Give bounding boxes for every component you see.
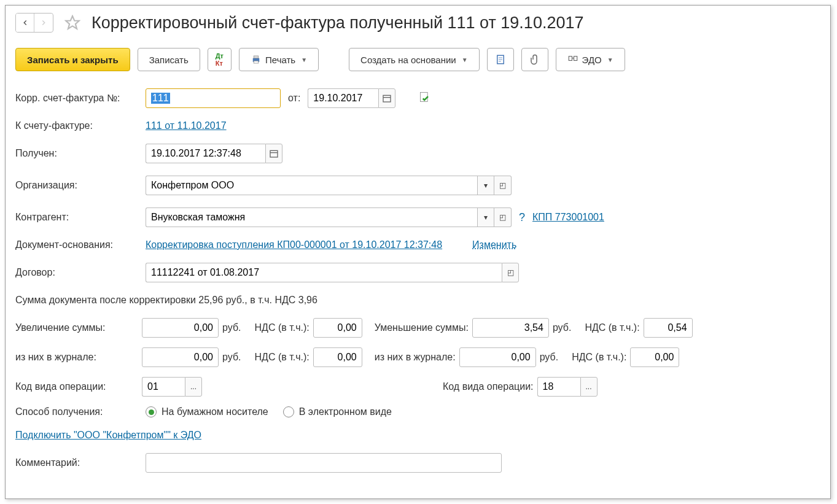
calendar-button[interactable] xyxy=(378,88,395,108)
vat-incl-label: НДС (в т.ч.): xyxy=(572,352,626,363)
help-icon[interactable]: ? xyxy=(519,211,525,224)
attachment-button[interactable] xyxy=(521,48,548,71)
print-button[interactable]: Печать ▼ xyxy=(239,48,319,71)
open-icon: ◰ xyxy=(507,268,514,277)
increase-vat-input[interactable] xyxy=(313,318,362,338)
svg-rect-8 xyxy=(569,56,572,61)
contract-label: Договор: xyxy=(15,267,138,278)
chevron-down-icon: ▼ xyxy=(301,56,307,63)
dropdown-button[interactable]: ▾ xyxy=(477,176,494,195)
change-link[interactable]: Изменить xyxy=(472,239,516,250)
received-datetime-input[interactable] xyxy=(146,144,265,163)
lookup-button[interactable]: ... xyxy=(580,377,598,397)
document-icon xyxy=(495,54,506,65)
save-close-button[interactable]: Записать и закрыть xyxy=(15,48,130,71)
open-ref-button[interactable]: ◰ xyxy=(502,263,519,282)
receive-method-label: Способ получения: xyxy=(15,406,138,417)
journal-dec-amount-input[interactable] xyxy=(459,347,536,367)
increase-amount-input[interactable] xyxy=(142,318,219,338)
open-ref-button[interactable]: ◰ xyxy=(494,176,512,195)
increase-sum-label: Увеличение суммы: xyxy=(15,322,105,333)
svg-rect-9 xyxy=(574,56,577,61)
calendar-icon xyxy=(269,149,279,158)
counterparty-label: Контрагент: xyxy=(15,212,138,223)
paperclip-icon xyxy=(529,54,540,65)
edo-button[interactable]: ЭДО ▼ xyxy=(556,48,625,71)
received-label: Получен: xyxy=(15,148,138,159)
rub-label: руб. xyxy=(222,322,241,333)
journal-inc-vat-input[interactable] xyxy=(313,347,362,367)
edo-icon xyxy=(567,54,578,65)
dt-kt-icon: ДтКт xyxy=(216,52,224,67)
open-icon: ◰ xyxy=(499,181,506,190)
op-code-dec-label: Код вида операции: xyxy=(443,381,534,392)
comment-label: Комментарий: xyxy=(15,457,138,468)
chevron-down-icon: ▼ xyxy=(607,56,613,63)
document-button[interactable] xyxy=(487,48,514,71)
counterparty-input[interactable] xyxy=(146,207,477,227)
op-code-inc-label: Код вида операции: xyxy=(15,381,106,392)
open-ref-button[interactable]: ◰ xyxy=(494,207,512,227)
dropdown-button[interactable]: ▾ xyxy=(477,207,494,227)
lookup-button[interactable]: ... xyxy=(185,377,202,397)
create-based-button[interactable]: Создать на основании ▼ xyxy=(349,48,480,71)
radio-unchecked-icon xyxy=(283,406,294,417)
rub-label: руб. xyxy=(540,352,559,363)
vat-incl-label: НДС (в т.ч.): xyxy=(255,322,309,333)
decrease-vat-input[interactable] xyxy=(644,318,693,338)
vat-incl-label: НДС (в т.ч.): xyxy=(255,352,309,363)
svg-marker-0 xyxy=(66,16,79,29)
decrease-sum-label: Уменьшение суммы: xyxy=(375,322,469,333)
save-button[interactable]: Записать xyxy=(138,48,200,71)
kpp-link[interactable]: КПП 773001001 xyxy=(532,212,604,223)
op-code-dec-input[interactable] xyxy=(537,377,580,397)
org-input[interactable] xyxy=(146,176,477,195)
to-invoice-label: К счету-фактуре: xyxy=(15,120,138,131)
to-invoice-link[interactable]: 111 от 11.10.2017 xyxy=(146,120,227,131)
chevron-down-icon: ▼ xyxy=(462,56,468,63)
electronic-radio[interactable]: В электронном виде xyxy=(283,406,392,417)
nav-back-button[interactable] xyxy=(16,14,34,32)
vat-incl-label: НДС (в т.ч.): xyxy=(585,322,639,333)
favorite-star-icon[interactable] xyxy=(64,15,80,31)
check-document-icon[interactable] xyxy=(419,91,431,106)
rub-label: руб. xyxy=(553,322,572,333)
invoice-number-input[interactable]: 111 xyxy=(146,88,281,108)
chevron-down-icon: ▾ xyxy=(484,181,488,190)
debit-credit-button[interactable]: ДтКт xyxy=(208,48,232,71)
from-label: от: xyxy=(288,93,300,104)
svg-rect-3 xyxy=(254,61,259,63)
org-label: Организация: xyxy=(15,180,138,191)
contract-input[interactable] xyxy=(146,263,502,282)
document-sum-text: Сумма документа после корректировки 25,9… xyxy=(15,295,317,306)
decrease-amount-input[interactable] xyxy=(472,318,549,338)
open-icon: ◰ xyxy=(499,213,506,222)
svg-rect-2 xyxy=(254,56,259,58)
nav-forward-button[interactable] xyxy=(34,14,53,32)
basis-doc-link[interactable]: Корректировка поступления КП00-000001 от… xyxy=(146,239,442,250)
journal-inc-amount-input[interactable] xyxy=(142,347,219,367)
printer-icon xyxy=(251,54,262,65)
page-title: Корректировочный счет-фактура полученный… xyxy=(91,14,583,33)
invoice-number-label: Корр. счет-фактура №: xyxy=(15,93,138,104)
invoice-date-input[interactable] xyxy=(308,88,378,108)
basis-doc-label: Документ-основания: xyxy=(15,239,138,250)
comment-input[interactable] xyxy=(146,453,502,473)
op-code-inc-input[interactable] xyxy=(142,377,185,397)
svg-rect-10 xyxy=(383,95,391,102)
journal-dec-label: из них в журнале: xyxy=(375,352,456,363)
journal-dec-vat-input[interactable] xyxy=(630,347,679,367)
calendar-icon xyxy=(382,93,392,103)
rub-label: руб. xyxy=(222,352,241,363)
svg-rect-13 xyxy=(270,150,278,157)
chevron-down-icon: ▾ xyxy=(484,213,488,222)
radio-checked-icon xyxy=(146,406,157,417)
paper-radio[interactable]: На бумажном носителе xyxy=(146,406,268,417)
connect-edo-link[interactable]: Подключить "ООО "Конфетпром"" к ЭДО xyxy=(15,430,201,441)
calendar-button[interactable] xyxy=(265,144,282,163)
journal-inc-label: из них в журнале: xyxy=(15,352,96,363)
